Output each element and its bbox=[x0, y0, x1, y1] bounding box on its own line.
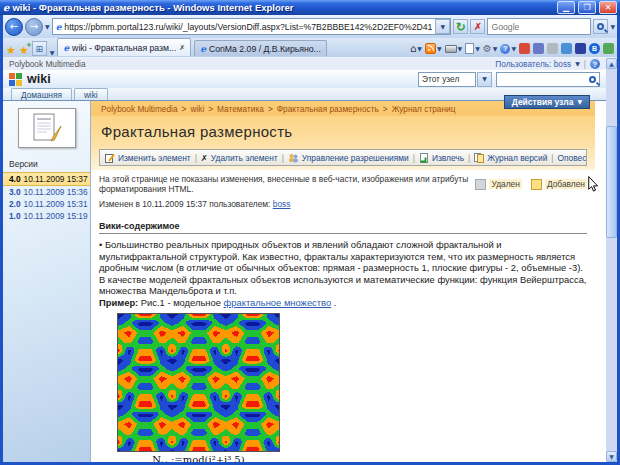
tab-wiki[interactable]: e wiki - Фрактальная разм... ✗ bbox=[57, 38, 191, 56]
addon-icon-6[interactable] bbox=[603, 43, 614, 54]
portal-help-icon[interactable]: ? bbox=[590, 59, 600, 69]
version-item[interactable]: 3.0 10.11.2009 15:36 bbox=[3, 186, 90, 198]
printer-icon bbox=[445, 45, 457, 53]
edit-item-button[interactable]: Изменить элемент bbox=[105, 153, 191, 163]
manage-permissions-button[interactable]: Управление разрешениями bbox=[288, 153, 409, 163]
check-out-button[interactable]: Извлечь bbox=[419, 153, 464, 163]
tab-bar: ★ ★+ ⊞ ▼ e wiki - Фрактальная разм... ✗ … bbox=[3, 38, 617, 57]
help-button[interactable]: ?▼ bbox=[500, 44, 516, 54]
item-toolbar: Изменить элемент | ✗ Удалить элемент | У… bbox=[99, 149, 587, 166]
print-button[interactable]: ▼ bbox=[445, 45, 463, 53]
ie-logo-icon: e bbox=[3, 2, 9, 13]
example-label: Пример: bbox=[99, 297, 138, 308]
close-button[interactable]: ✕ bbox=[599, 1, 617, 14]
search-dropdown[interactable]: ▼ bbox=[610, 24, 615, 30]
tab-list-dropdown[interactable]: ▼ bbox=[50, 50, 55, 56]
search-box[interactable] bbox=[487, 18, 591, 35]
fractal-formula: Ni,j :=mod(i²+j³,5) bbox=[117, 454, 280, 462]
address-toolbar: ← → ▼ e ▼ ↻ ✗ ▼ bbox=[3, 15, 617, 38]
page-menu-button[interactable]: ▼ bbox=[465, 43, 480, 54]
scope-dropdown-icon[interactable]: ▼ bbox=[477, 72, 492, 87]
quick-tabs-button[interactable]: ⊞ bbox=[32, 41, 47, 56]
address-dropdown[interactable]: ▼ bbox=[435, 19, 450, 34]
wiki-paragraph: • Большинство реальных природных объекто… bbox=[99, 239, 587, 308]
page-title: Фрактальная размерность bbox=[101, 123, 292, 140]
maximize-button[interactable]: ❐ bbox=[578, 1, 596, 14]
deleted-swatch bbox=[475, 179, 486, 190]
site-actions-dropdown-icon: ▼ bbox=[577, 99, 582, 105]
minimize-button[interactable]: ▁ bbox=[557, 1, 575, 14]
sharepoint-page: Polybook Multimedia Пользователь: boss ▼… bbox=[3, 58, 606, 462]
addon-icon-2[interactable] bbox=[533, 43, 544, 54]
user-menu-dropdown-icon[interactable]: ▼ bbox=[575, 61, 580, 67]
tab-label: ConMa 2.09 / Д.В.Кирьяно... bbox=[209, 44, 321, 54]
versions-sidebar: Версии 4.0 10.11.2009 15:37 3.0 10.11.20… bbox=[3, 101, 91, 462]
breadcrumb-link[interactable]: Журнал страниц bbox=[392, 104, 456, 114]
back-button[interactable]: ← bbox=[5, 18, 23, 36]
search-go-button[interactable] bbox=[593, 19, 608, 34]
command-bar: ⌂▼ ▼ ▼ ▼ ⚙▼ ?▼ B bbox=[410, 43, 614, 56]
version-item[interactable]: 1.0 10.11.2009 15:19 bbox=[3, 210, 90, 222]
tab-favicon: e bbox=[63, 43, 69, 53]
search-input[interactable] bbox=[491, 22, 587, 32]
delete-item-button[interactable]: ✗ Удалить элемент bbox=[201, 153, 278, 163]
forward-button[interactable]: → bbox=[25, 18, 43, 36]
scroll-down-icon[interactable]: ▼ bbox=[606, 451, 617, 462]
breadcrumb-link[interactable]: Фрактальная размерность bbox=[277, 104, 379, 114]
scroll-up-icon[interactable]: ▲ bbox=[606, 58, 617, 69]
address-input[interactable] bbox=[64, 22, 432, 32]
edit-icon bbox=[105, 153, 115, 163]
addon-icon-1[interactable] bbox=[519, 43, 530, 54]
browser-window: e wiki - Фрактальная размерность - Windo… bbox=[0, 0, 620, 465]
site-actions-button[interactable]: Действия узла ▼ bbox=[504, 95, 590, 109]
address-bar[interactable]: e ▼ bbox=[52, 18, 452, 35]
user-menu[interactable]: Пользователь: boss bbox=[495, 59, 571, 69]
nav-tab-wiki[interactable]: wiki bbox=[74, 88, 108, 100]
added-swatch bbox=[531, 179, 542, 190]
add-favorite-icon[interactable]: ★+ bbox=[19, 45, 29, 56]
addon-icon-4[interactable] bbox=[561, 43, 572, 54]
modified-by-user-link[interactable]: boss bbox=[273, 199, 291, 209]
page-title-block: Фрактальная размерность bbox=[91, 116, 595, 147]
refresh-button[interactable]: ↻ bbox=[453, 19, 468, 34]
nav-tab-home[interactable]: Домашняя bbox=[11, 88, 72, 100]
search-scope-dropdown[interactable]: Этот узел bbox=[418, 72, 476, 87]
stop-button[interactable]: ✗ bbox=[470, 19, 485, 34]
vertical-scrollbar[interactable]: ▲ ▼ bbox=[606, 58, 617, 462]
breadcrumb-link[interactable]: Polybook Multimedia bbox=[101, 104, 178, 114]
addon-icon-5[interactable] bbox=[575, 43, 586, 54]
page-favicon: e bbox=[56, 22, 62, 32]
tools-button[interactable]: ⚙▼ bbox=[483, 44, 498, 54]
alert-me-button[interactable]: Оповестить меня bbox=[558, 153, 587, 163]
portal-top-strip: Polybook Multimedia Пользователь: boss ▼… bbox=[3, 58, 606, 70]
addon-icon-3[interactable] bbox=[547, 43, 558, 54]
breadcrumb-link[interactable]: Математика bbox=[217, 104, 264, 114]
site-search-input[interactable] bbox=[496, 72, 600, 87]
tab-conma[interactable]: e ConMa 2.09 / Д.В.Кирьяно... bbox=[194, 40, 327, 56]
toolbar-strip: Изменить элемент | ✗ Удалить элемент | У… bbox=[91, 147, 595, 170]
version-item[interactable]: 2.0 10.11.2009 15:31 bbox=[3, 198, 90, 210]
tab-close-icon[interactable]: ✗ bbox=[179, 44, 185, 52]
scrollbar-thumb[interactable] bbox=[606, 126, 617, 238]
permissions-icon bbox=[288, 153, 299, 163]
fractal-plot bbox=[117, 313, 280, 452]
delete-icon: ✗ bbox=[201, 153, 208, 163]
help-icon: ? bbox=[500, 44, 510, 54]
feeds-button[interactable]: ▼ bbox=[425, 43, 442, 54]
bluetooth-icon[interactable]: B bbox=[589, 43, 600, 54]
fractal-set-link[interactable]: фрактальное множество bbox=[224, 297, 332, 308]
page-icon bbox=[465, 43, 474, 54]
version-history-icon bbox=[474, 153, 484, 163]
site-search-icon[interactable] bbox=[589, 76, 596, 83]
favorites-star-icon[interactable]: ★ bbox=[6, 45, 16, 56]
site-icon bbox=[9, 73, 22, 86]
history-dropdown-icon[interactable]: ▼ bbox=[45, 24, 50, 30]
figure-fig1: Ni,j :=mod(i²+j³,5) bbox=[117, 313, 280, 462]
version-history-button[interactable]: Журнал версий bbox=[474, 153, 547, 163]
home-button[interactable]: ⌂▼ bbox=[410, 44, 422, 54]
title-bar: e wiki - Фрактальная размерность - Windo… bbox=[0, 0, 620, 15]
main-column: Polybook Multimedia > wiki > Математика … bbox=[91, 101, 595, 462]
breadcrumb-link[interactable]: wiki bbox=[190, 104, 204, 114]
check-out-icon bbox=[419, 153, 429, 163]
version-item[interactable]: 4.0 10.11.2009 15:37 bbox=[3, 172, 90, 186]
